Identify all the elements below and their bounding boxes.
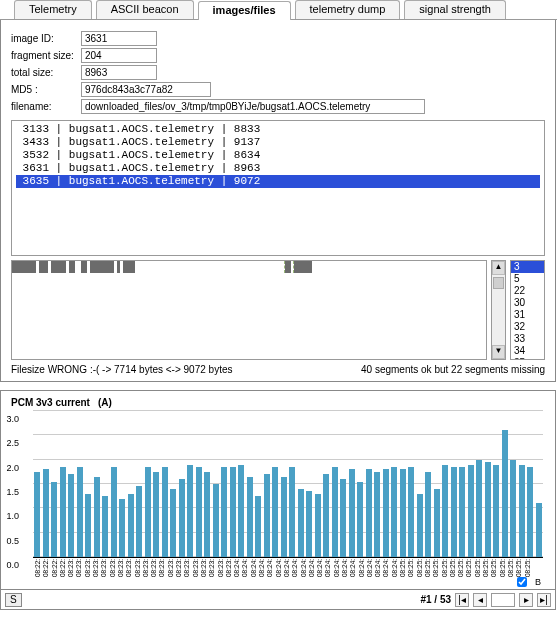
x-tick-label: 08:24:42	[349, 559, 357, 577]
chart-bar	[476, 460, 482, 557]
file-list[interactable]: 3133 | bugsat1.AOCS.telemetry | 8833 343…	[11, 120, 545, 256]
x-tick-label: 08:24:03	[241, 559, 249, 577]
chart-bar	[391, 467, 397, 557]
chart-bar	[230, 467, 236, 557]
nav-last-button[interactable]: ▸|	[537, 593, 551, 607]
chart-bar	[170, 489, 176, 557]
segment-index-item[interactable]: 34	[511, 345, 544, 357]
segment-index-item[interactable]: 3	[511, 261, 544, 273]
tab-telemetry[interactable]: Telemetry	[14, 0, 92, 19]
tab-ascii-beacon[interactable]: ASCII beacon	[96, 0, 194, 19]
segment-index-item[interactable]: 33	[511, 333, 544, 345]
nav-prev-button[interactable]: ◂	[473, 593, 487, 607]
chart-bar	[332, 467, 338, 557]
page-nav: #1 / 53 |◂ ◂ ▸ ▸|	[420, 593, 551, 607]
segment-index-item[interactable]: 35	[511, 357, 544, 360]
x-tick-label: 08:23:27	[142, 559, 150, 577]
input-fragment-size[interactable]	[81, 48, 157, 63]
x-tick-label: 08:24:18	[283, 559, 291, 577]
x-tick-label: 08:23:45	[192, 559, 200, 577]
x-tick-label: 08:23:42	[183, 559, 191, 577]
x-tick-label: 08:24:12	[266, 559, 274, 577]
list-item[interactable]: 3133 | bugsat1.AOCS.telemetry | 8833	[16, 123, 260, 135]
field-total-size: total size:	[11, 64, 545, 80]
x-tick-label: 08:25:03	[407, 559, 415, 577]
x-tick-label: 08:25:45	[524, 559, 532, 577]
list-item[interactable]: 3532 | bugsat1.AOCS.telemetry | 8634	[16, 149, 260, 161]
status-right: 40 segments ok but 22 segments missing	[361, 364, 545, 375]
x-tick-label: 08:24:06	[250, 559, 258, 577]
chart-bar	[136, 486, 142, 557]
segment-index-item[interactable]: 22	[511, 285, 544, 297]
scroll-down-button[interactable]: ▼	[492, 345, 505, 359]
x-tick-label: 08:25:18	[449, 559, 457, 577]
list-item[interactable]: 3631 | bugsat1.AOCS.telemetry | 8963	[16, 162, 260, 174]
segment-strip[interactable]	[11, 260, 487, 360]
chart-bar	[85, 494, 91, 557]
x-tick-label: 08:22:57	[59, 559, 67, 577]
tab-strip: TelemetryASCII beaconimages/filestelemet…	[0, 0, 557, 20]
x-tick-label: 08:22:54	[51, 559, 59, 577]
input-filename[interactable]	[81, 99, 425, 114]
chart-bar	[102, 496, 108, 557]
scroll-up-button[interactable]: ▲	[492, 261, 505, 275]
s-button[interactable]: S	[5, 593, 22, 607]
chart-bar	[468, 465, 474, 557]
y-tick-label: 1.0	[6, 511, 19, 521]
chart-bar	[255, 496, 261, 557]
input-md5[interactable]	[81, 82, 211, 97]
chart-bar	[315, 494, 321, 557]
field-md5: MD5 :	[11, 81, 545, 97]
x-tick-label: 08:25:06	[416, 559, 424, 577]
label-total-size: total size:	[11, 67, 81, 78]
list-item[interactable]: 3635 | bugsat1.AOCS.telemetry | 9072	[16, 175, 540, 188]
chart-checkbox[interactable]	[517, 577, 527, 587]
segment-index-list[interactable]: 352230313233343536	[510, 260, 545, 360]
y-tick-label: 2.5	[6, 438, 19, 448]
chart-bar	[298, 489, 304, 557]
x-tick-label: 08:24:27	[308, 559, 316, 577]
scroll-thumb[interactable]	[493, 277, 504, 289]
chart-bar	[34, 472, 40, 557]
tab-images-files[interactable]: images/files	[198, 1, 291, 20]
x-tick-label: 08:23:54	[217, 559, 225, 577]
input-total-size[interactable]	[81, 65, 157, 80]
x-tick-label: 08:24:21	[291, 559, 299, 577]
nav-first-button[interactable]: |◂	[455, 593, 469, 607]
chart-bar	[451, 467, 457, 557]
chart-bar	[128, 494, 134, 557]
input-image-id[interactable]	[81, 31, 157, 46]
x-tick-label: 08:24:48	[366, 559, 374, 577]
x-tick-label: 08:24:45	[358, 559, 366, 577]
chart-bar	[340, 479, 346, 557]
chart-bar	[247, 477, 253, 557]
chart-bar	[60, 467, 66, 557]
chart-bar	[408, 467, 414, 557]
y-tick-label: 2.0	[6, 463, 19, 473]
segment-index-item[interactable]: 5	[511, 273, 544, 285]
pager-total: 53	[440, 594, 451, 605]
label-image-id: image ID:	[11, 33, 81, 44]
x-tick-label: 08:23:24	[134, 559, 142, 577]
x-tick-label: 08:24:24	[300, 559, 308, 577]
nav-slider[interactable]	[491, 593, 515, 607]
list-item[interactable]: 3433 | bugsat1.AOCS.telemetry | 9137	[16, 136, 260, 148]
segment-index-item[interactable]: 31	[511, 309, 544, 321]
x-tick-label: 08:25:36	[499, 559, 507, 577]
chart-bar	[272, 467, 278, 557]
chart-bar	[43, 469, 49, 557]
x-tick-label: 08:25:39	[507, 559, 515, 577]
tab-signal-strength[interactable]: signal strength	[404, 0, 506, 19]
chart-bar	[162, 467, 168, 557]
tab-telemetry-dump[interactable]: telemetry dump	[295, 0, 401, 19]
nav-next-button[interactable]: ▸	[519, 593, 533, 607]
chart-bar	[221, 467, 227, 557]
y-tick-label: 0.0	[6, 560, 19, 570]
chart-bar	[204, 472, 210, 557]
segment-scrollbar[interactable]: ▲ ▼	[491, 260, 506, 360]
segment-index-item[interactable]: 32	[511, 321, 544, 333]
chart-bar	[264, 474, 270, 557]
x-tick-label: 08:25:15	[441, 559, 449, 577]
segment-index-item[interactable]: 30	[511, 297, 544, 309]
x-tick-label: 08:25:12	[432, 559, 440, 577]
